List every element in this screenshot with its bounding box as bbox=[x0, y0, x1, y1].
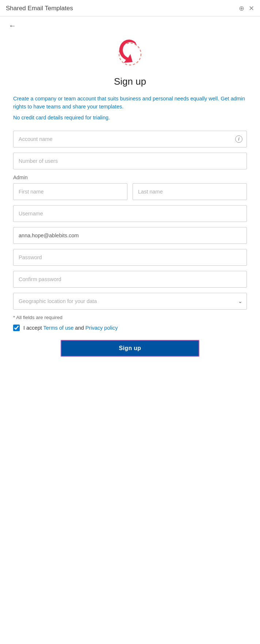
first-name-input[interactable] bbox=[13, 183, 127, 200]
title-bar-left: Shared Email Templates bbox=[6, 5, 73, 12]
last-name-input[interactable] bbox=[133, 183, 247, 200]
accept-terms-checkbox[interactable] bbox=[13, 325, 20, 331]
signup-button[interactable]: Sign up bbox=[61, 340, 199, 357]
form-area: i Admin anna.hope@ablebits.com Geographi… bbox=[0, 125, 260, 331]
account-name-input[interactable] bbox=[13, 131, 247, 147]
confirm-password-group bbox=[13, 271, 247, 288]
required-note: * All fields are required bbox=[13, 315, 247, 320]
title-bar: Shared Email Templates ⊕ ✕ bbox=[0, 0, 260, 16]
terms-of-use-link[interactable]: Terms of use bbox=[43, 325, 74, 331]
description-area: Create a company or team account that su… bbox=[0, 95, 260, 120]
password-group bbox=[13, 249, 247, 266]
password-input[interactable] bbox=[13, 249, 247, 266]
close-icon[interactable]: ✕ bbox=[249, 4, 254, 12]
no-credit-card-text: No credit card details required for tria… bbox=[13, 115, 247, 120]
accept-terms-row: I accept Terms of use and Privacy policy bbox=[13, 325, 247, 331]
geo-location-select[interactable]: Geographic location for your data United… bbox=[13, 293, 247, 310]
username-group bbox=[13, 205, 247, 222]
email-group: anna.hope@ablebits.com bbox=[13, 227, 247, 244]
back-button[interactable]: ← bbox=[9, 22, 16, 30]
back-row: ← bbox=[0, 16, 260, 32]
logo-area bbox=[0, 32, 260, 74]
signup-btn-row: Sign up bbox=[0, 340, 260, 371]
signup-heading: Sign up bbox=[0, 76, 260, 87]
number-of-users-group bbox=[13, 153, 247, 169]
geo-location-group: Geographic location for your data United… bbox=[13, 293, 247, 310]
accept-prefix: I accept bbox=[23, 325, 43, 331]
app-logo bbox=[114, 36, 146, 69]
pin-icon[interactable]: ⊕ bbox=[239, 4, 244, 12]
app-title: Shared Email Templates bbox=[6, 5, 73, 12]
info-icon[interactable]: i bbox=[235, 135, 242, 143]
number-of-users-input[interactable] bbox=[13, 153, 247, 169]
accept-terms-label[interactable]: I accept Terms of use and Privacy policy bbox=[23, 325, 118, 331]
account-name-group: i bbox=[13, 131, 247, 147]
title-bar-actions: ⊕ ✕ bbox=[239, 4, 254, 12]
privacy-policy-link[interactable]: Privacy policy bbox=[85, 325, 118, 331]
email-input[interactable]: anna.hope@ablebits.com bbox=[13, 227, 247, 244]
description-main-text: Create a company or team account that su… bbox=[13, 95, 247, 111]
confirm-password-input[interactable] bbox=[13, 271, 247, 288]
accept-middle: and bbox=[74, 325, 85, 331]
name-row bbox=[13, 183, 247, 200]
admin-label: Admin bbox=[13, 175, 247, 180]
username-input[interactable] bbox=[13, 205, 247, 222]
